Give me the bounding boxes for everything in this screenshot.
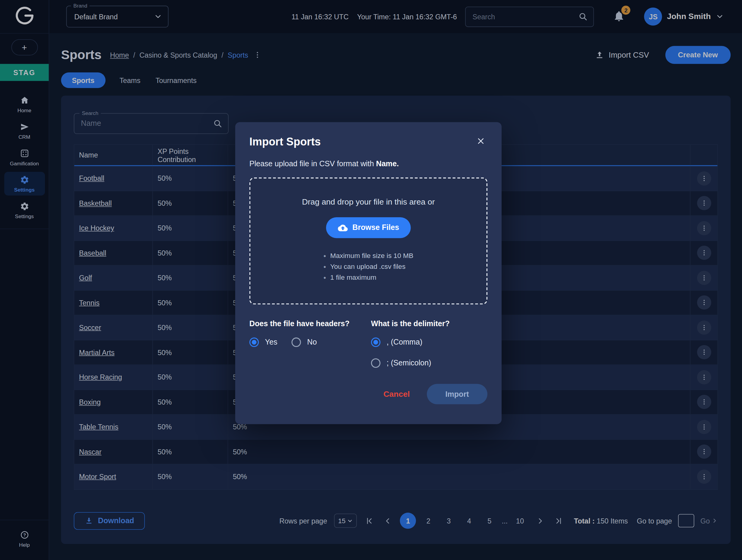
dropzone-text: Drag and drop your file in this area or <box>302 197 435 207</box>
upload-rule: 1 file maximum <box>323 272 413 283</box>
delimiter-radio-option[interactable]: ; (Semicolon) <box>371 358 450 368</box>
browse-files-button[interactable]: Browse Files <box>326 217 411 238</box>
radio-icon <box>250 338 259 347</box>
headers-radio-option[interactable]: Yes <box>250 338 277 347</box>
modal-title: Import Sports <box>250 136 321 148</box>
headers-question: Does the file have headers? <box>250 319 371 328</box>
delimiter-radio-group: , (Comma) ; (Semicolon) <box>371 338 450 368</box>
file-dropzone[interactable]: Drag and drop your file in this area or … <box>250 177 487 304</box>
radio-icon <box>292 338 301 347</box>
cloud-upload-icon <box>338 223 348 233</box>
upload-rules: Maximum file size is 10 MBYou can upload… <box>323 250 413 283</box>
cancel-button[interactable]: Cancel <box>383 389 410 399</box>
delimiter-question: What is the delimiter? <box>371 319 450 328</box>
import-button[interactable]: Import <box>427 384 487 404</box>
radio-icon <box>371 338 380 347</box>
delimiter-radio-option[interactable]: , (Comma) <box>371 338 450 347</box>
radio-icon <box>371 358 380 368</box>
headers-radio-group: Yes No <box>250 338 371 347</box>
headers-radio-option[interactable]: No <box>292 338 317 347</box>
import-sports-modal: Import Sports Please upload file in CSV … <box>235 122 501 424</box>
upload-rule: You can upload .csv files <box>323 261 413 272</box>
close-icon[interactable] <box>476 136 487 147</box>
upload-rule: Maximum file size is 10 MB <box>323 250 413 261</box>
app: + STAG Home CRM Gamification Settings Se… <box>0 0 742 560</box>
modal-description: Please upload file in CSV format with Na… <box>250 160 487 168</box>
